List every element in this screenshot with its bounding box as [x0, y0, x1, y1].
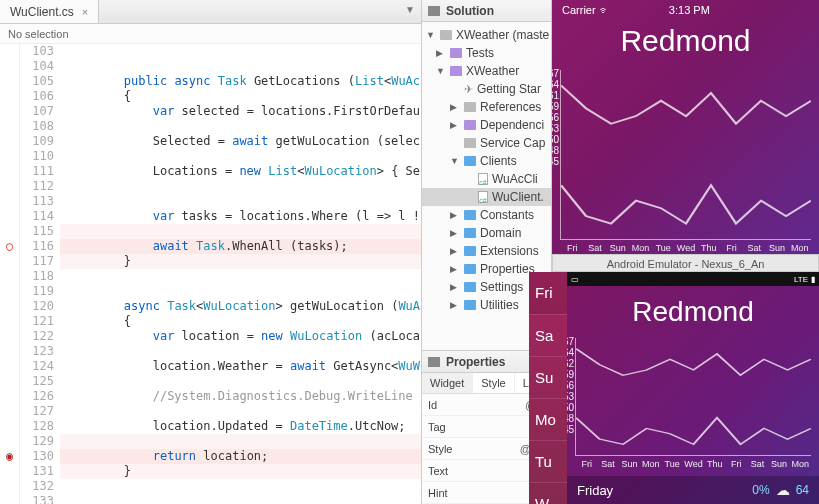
tree-node[interactable]: ▶Dependenci: [422, 116, 551, 134]
solution-icon: [428, 6, 440, 16]
day-row[interactable]: W: [529, 482, 567, 504]
tree-node[interactable]: ▶Domain: [422, 224, 551, 242]
line-number-gutter: 1031041051061071081091101111121131141151…: [20, 44, 60, 504]
tree-node[interactable]: ▶References: [422, 98, 551, 116]
code-line[interactable]: var tasks = locations.Where (l => l !: [60, 209, 421, 224]
tree-node[interactable]: c#WuClient.: [422, 188, 551, 206]
forecast-days-list[interactable]: FriSaSuMoTuW: [529, 272, 567, 504]
properties-icon: [428, 357, 440, 367]
tree-node[interactable]: ✈Getting Star: [422, 80, 551, 98]
tree-node[interactable]: c#WuAcCli: [422, 170, 551, 188]
android-forecast-footer[interactable]: Friday 0% ☁ 64: [567, 476, 819, 504]
ios-time: 3:13 PM: [669, 4, 710, 16]
code-line[interactable]: [60, 269, 421, 284]
day-row[interactable]: Fri: [529, 272, 567, 314]
wifi-icon: ᯤ: [599, 4, 610, 16]
prop-label: Style: [428, 443, 468, 455]
code-line[interactable]: [60, 44, 421, 59]
tree-node[interactable]: ▼Clients: [422, 152, 551, 170]
code-line[interactable]: [60, 119, 421, 134]
file-tab[interactable]: WuClient.cs ×: [0, 0, 99, 23]
day-row[interactable]: Tu: [529, 440, 567, 482]
prop-label: Hint: [428, 487, 468, 499]
footer-temp: 64: [796, 483, 809, 497]
code-line[interactable]: location.Updated = DateTime.UtcNow;: [60, 419, 421, 434]
carrier-label: Carrier ᯤ: [562, 4, 610, 16]
code-line[interactable]: await Task.WhenAll (tasks);: [60, 239, 421, 254]
ios-temperature-chart: 676461595653504845 FriSatSunMonTueWedThu…: [560, 70, 811, 240]
day-row[interactable]: Su: [529, 356, 567, 398]
prop-label: Tag: [428, 421, 468, 433]
code-line[interactable]: [60, 344, 421, 359]
tree-node[interactable]: ▶Constants: [422, 206, 551, 224]
close-icon[interactable]: ×: [82, 6, 88, 18]
code-line[interactable]: [60, 179, 421, 194]
code-line[interactable]: [60, 149, 421, 164]
solution-header-label: Solution: [446, 0, 494, 22]
breakpoint-gutter[interactable]: ○◉: [0, 44, 20, 504]
tab-menu-icon[interactable]: ▼: [405, 4, 415, 15]
android-emulator-titlebar: Android Emulator - Nexus_6_An: [552, 254, 819, 272]
android-city-title: Redmond: [567, 296, 819, 328]
code-line[interactable]: Locations = new List<WuLocation> { Se: [60, 164, 421, 179]
properties-tab[interactable]: Widget: [422, 373, 473, 393]
tree-node[interactable]: Service Cap: [422, 134, 551, 152]
day-row[interactable]: Mo: [529, 398, 567, 440]
breadcrumb[interactable]: No selection: [0, 24, 421, 44]
code-line[interactable]: [60, 374, 421, 389]
cloud-icon: ☁: [776, 482, 790, 498]
code-body[interactable]: public async Task GetLocations (List<WuA…: [60, 44, 421, 504]
ios-simulator: Carrier ᯤ 3:13 PM Redmond 67646159565350…: [552, 0, 819, 270]
code-line[interactable]: location.Weather = await GetAsync<WuW: [60, 359, 421, 374]
code-line[interactable]: Selected = await getWuLocation (selec: [60, 134, 421, 149]
ios-status-bar: Carrier ᯤ 3:13 PM: [552, 0, 819, 20]
tree-node[interactable]: ▶Tests: [422, 44, 551, 62]
code-line[interactable]: [60, 404, 421, 419]
properties-tab[interactable]: Style: [473, 373, 514, 393]
tree-node[interactable]: ▶Extensions: [422, 242, 551, 260]
android-device: ▭ LTE▮ Redmond 676462595653504845 FriSat…: [567, 272, 819, 504]
code-editor-pane: WuClient.cs × ▼ No selection ○◉ 10310410…: [0, 0, 422, 504]
code-line[interactable]: [60, 194, 421, 209]
file-tab-label: WuClient.cs: [10, 5, 74, 19]
code-line[interactable]: [60, 494, 421, 504]
editor-tabbar: WuClient.cs × ▼: [0, 0, 421, 24]
footer-day: Friday: [577, 483, 613, 498]
android-temperature-chart: 676462595653504845 FriSatSunMonTueWedThu…: [575, 338, 811, 456]
code-line[interactable]: [60, 479, 421, 494]
android-right-icons: LTE▮: [794, 275, 815, 284]
code-line[interactable]: }: [60, 254, 421, 269]
tree-node[interactable]: ▼XWeather: [422, 62, 551, 80]
code-line[interactable]: {: [60, 314, 421, 329]
code-line[interactable]: [60, 59, 421, 74]
properties-header-label: Properties: [446, 351, 505, 373]
prop-label: Id: [428, 399, 468, 411]
code-line[interactable]: var location = new WuLocation (acLoca: [60, 329, 421, 344]
solution-header: Solution: [422, 0, 551, 22]
code-area[interactable]: ○◉ 1031041051061071081091101111121131141…: [0, 44, 421, 504]
code-line[interactable]: return location;: [60, 449, 421, 464]
solution-root[interactable]: ▼XWeather (maste: [422, 26, 551, 44]
code-line[interactable]: [60, 434, 421, 449]
code-line[interactable]: [60, 284, 421, 299]
android-status-bar: ▭ LTE▮: [567, 272, 819, 286]
code-line[interactable]: //System.Diagnostics.Debug.WriteLine: [60, 389, 421, 404]
code-line[interactable]: [60, 224, 421, 239]
code-line[interactable]: var selected = locations.FirstOrDefau: [60, 104, 421, 119]
footer-precip: 0% ☁ 64: [752, 482, 809, 498]
ios-city-title: Redmond: [552, 24, 819, 58]
prop-label: Text: [428, 465, 468, 477]
code-line[interactable]: public async Task GetLocations (List<WuA…: [60, 74, 421, 89]
code-line[interactable]: {: [60, 89, 421, 104]
day-row[interactable]: Sa: [529, 314, 567, 356]
code-line[interactable]: }: [60, 464, 421, 479]
code-line[interactable]: async Task<WuLocation> getWuLocation (Wu…: [60, 299, 421, 314]
android-sd-icon: ▭: [571, 275, 579, 284]
